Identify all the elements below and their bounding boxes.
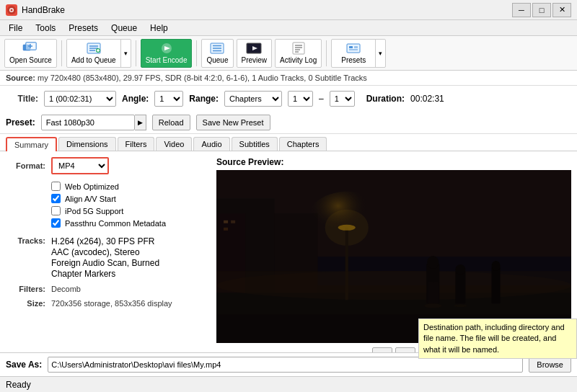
tabs: Summary Dimensions Filters Video Audio S… <box>0 134 577 151</box>
queue-icon <box>209 42 225 55</box>
preset-label: Preset: <box>6 117 35 128</box>
menu-file[interactable]: File <box>3 22 28 35</box>
range-select[interactable]: Chapters <box>224 91 282 107</box>
menu-queue[interactable]: Queue <box>105 22 143 35</box>
filters-section: Filters: Decomb <box>6 285 211 293</box>
maximize-button[interactable]: □ <box>532 3 551 17</box>
presets-arrow[interactable]: ▾ <box>375 40 385 67</box>
tracks-values: H.264 (x264), 30 FPS PFR AAC (avcodec), … <box>51 236 159 279</box>
tab-filters[interactable]: Filters <box>118 137 155 151</box>
info-section: Tracks: H.264 (x264), 30 FPS PFR AAC (av… <box>6 236 211 308</box>
preset-arrow-button[interactable]: ▶ <box>135 115 146 130</box>
title-area: Title: 1 (00:02:31) Angle: 1 Range: Chap… <box>0 86 577 112</box>
minimize-button[interactable]: ─ <box>512 3 531 17</box>
preview-button[interactable]: Preview <box>237 39 273 68</box>
tab-summary[interactable]: Summary <box>6 137 57 151</box>
add-to-queue-label: Add to Queue <box>71 56 116 64</box>
ipod-checkbox[interactable] <box>51 206 61 215</box>
size-label: Size: <box>6 299 45 308</box>
passthru-checkbox[interactable] <box>51 218 61 228</box>
tracks-label: Tracks: <box>6 236 45 245</box>
preview-label: Preview <box>242 56 268 64</box>
tracks-line-2: AAC (avcodec), Stereo <box>51 247 159 257</box>
toolbar-separator-2 <box>136 40 136 66</box>
preset-value: Fast 1080p30 <box>41 115 135 130</box>
presets-button[interactable]: Presets ▾ <box>331 39 386 68</box>
toolbar-separator-1 <box>61 40 62 66</box>
tab-audio[interactable]: Audio <box>193 137 229 151</box>
save-path-input[interactable] <box>48 357 523 373</box>
size-value: 720x356 storage, 853x356 display <box>51 299 172 308</box>
source-info: Source: my 720x480 (853x480), 29.97 FPS,… <box>0 71 577 86</box>
tab-subtitles[interactable]: Subtitles <box>232 137 278 151</box>
svg-rect-28 <box>354 46 358 48</box>
svg-rect-26 <box>347 44 360 53</box>
source-value: my 720x480 (853x480), 29.97 FPS, SDR (8-… <box>38 74 367 82</box>
align-av-checkbox[interactable] <box>51 194 61 203</box>
format-label: Format: <box>6 161 45 170</box>
source-label: Source: <box>6 74 35 82</box>
passthru-row: Passthru Common Metadata <box>51 217 211 229</box>
presets-label: Presets <box>341 56 366 64</box>
activity-log-button[interactable]: Activity Log <box>275 39 322 68</box>
filters-label: Filters: <box>6 285 45 293</box>
close-button[interactable]: ✕ <box>552 3 571 17</box>
presets-main[interactable]: Presets <box>332 40 375 67</box>
menu-tools[interactable]: Tools <box>30 22 61 35</box>
reload-button[interactable]: Reload <box>152 115 190 130</box>
tracks-line-1: H.264 (x264), 30 FPS PFR <box>51 236 159 246</box>
presets-icon <box>345 42 361 55</box>
open-source-button[interactable]: Open Source <box>4 39 57 68</box>
svg-rect-27 <box>349 46 353 48</box>
tab-chapters[interactable]: Chapters <box>279 137 327 151</box>
web-optimized-label: Web Optimized <box>65 182 119 191</box>
add-to-queue-button[interactable]: Add to Queue ▾ <box>66 39 131 68</box>
tracks-line-3: Foreign Audio Scan, Burned <box>51 258 159 268</box>
add-to-queue-main[interactable]: Add to Queue <box>67 40 120 67</box>
app-logo <box>6 4 17 16</box>
web-optimized-row: Web Optimized <box>51 180 211 192</box>
tab-video[interactable]: Video <box>156 137 192 151</box>
save-new-preset-button[interactable]: Save New Preset <box>196 115 270 130</box>
svg-point-2 <box>11 9 13 11</box>
titlebar: HandBrake ─ □ ✕ <box>0 0 577 20</box>
range-label: Range: <box>189 94 219 104</box>
save-label: Save As: <box>6 360 42 370</box>
align-av-label: Align A/V Start <box>65 195 116 203</box>
titlebar-controls: ─ □ ✕ <box>512 3 571 17</box>
activity-log-icon <box>291 42 307 55</box>
range-from-select[interactable]: 1 <box>288 91 313 107</box>
duration-value: 00:02:31 <box>410 94 444 104</box>
start-encode-button[interactable]: Start Encode <box>141 39 193 68</box>
checkboxes-area: Web Optimized Align A/V Start iPod 5G Su… <box>6 180 211 229</box>
menubar: File Tools Presets Queue Help <box>0 20 577 36</box>
add-to-queue-arrow[interactable]: ▾ <box>120 40 131 67</box>
tracks-line-4: Chapter Markers <box>51 269 159 279</box>
range-to-select[interactable]: 1 <box>330 91 355 107</box>
format-select[interactable]: MP4 MKV WebM <box>51 157 109 174</box>
tab-dimensions[interactable]: Dimensions <box>58 137 115 151</box>
preview-icon <box>246 42 262 55</box>
size-section: Size: 720x356 storage, 853x356 display <box>6 299 211 308</box>
format-row: Format: MP4 MKV WebM <box>6 157 211 174</box>
title-row: Title: 1 (00:02:31) Angle: 1 Range: Chap… <box>6 89 571 109</box>
save-bar: Save As: Browse Destination path, includ… <box>0 352 577 376</box>
duration-label: Duration: <box>366 94 405 104</box>
open-source-label: Open Source <box>9 56 52 64</box>
menu-help[interactable]: Help <box>144 22 174 35</box>
angle-select[interactable]: 1 <box>154 91 183 107</box>
open-source-icon <box>22 42 38 55</box>
add-to-queue-icon <box>86 42 102 55</box>
web-optimized-checkbox[interactable] <box>51 182 61 191</box>
toolbar-separator-3 <box>196 40 197 66</box>
ipod-row: iPod 5G Support <box>51 205 211 217</box>
app-title: HandBrake <box>22 5 65 15</box>
browse-button[interactable]: Browse <box>529 357 571 373</box>
menu-presets[interactable]: Presets <box>63 22 104 35</box>
tracks-section: Tracks: H.264 (x264), 30 FPS PFR AAC (av… <box>6 236 211 279</box>
title-select[interactable]: 1 (00:02:31) <box>44 91 116 107</box>
save-tooltip: Destination path, including directory an… <box>418 318 577 359</box>
queue-button[interactable]: Queue <box>201 39 233 68</box>
status-text: Ready <box>6 380 31 390</box>
queue-label: Queue <box>206 56 228 64</box>
